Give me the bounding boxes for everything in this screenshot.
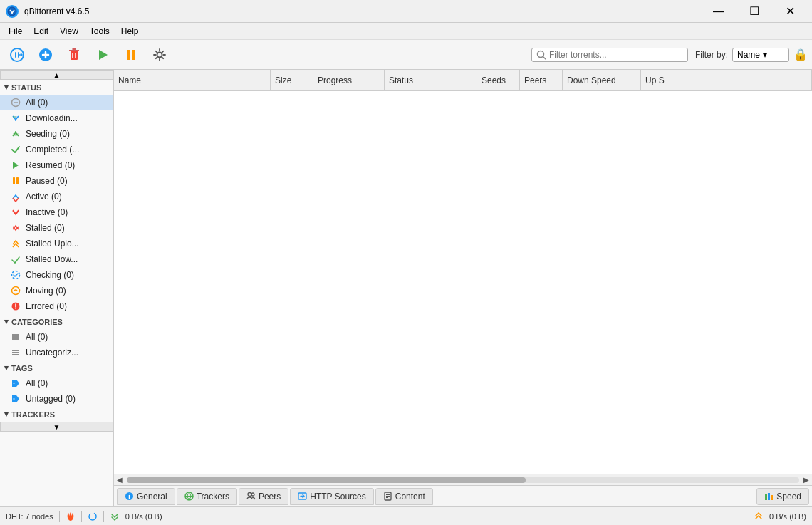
- tab-trackers[interactable]: Trackers: [177, 488, 237, 505]
- sidebar-item-tag-all[interactable]: All (0): [0, 375, 113, 391]
- col-upspeed[interactable]: Up S: [641, 70, 812, 90]
- col-peers[interactable]: Peers: [520, 70, 563, 90]
- minimize-button[interactable]: —: [702, 0, 735, 23]
- sidebar-item-all[interactable]: All (0): [0, 95, 113, 110]
- svg-point-29: [15, 308, 16, 309]
- sidebar-item-seeding[interactable]: Seeding (0): [0, 126, 113, 142]
- sidebar-item-stalled-download[interactable]: Stalled Dow...: [0, 251, 113, 267]
- menu-help[interactable]: Help: [115, 25, 145, 38]
- filter-option: Name: [737, 50, 760, 60]
- svg-rect-51: [768, 493, 770, 500]
- sidebar-item-stalled-upload[interactable]: Stalled Uplo...: [0, 236, 113, 251]
- h-scrollbar[interactable]: ◀ ▶: [114, 474, 812, 485]
- h-scroll-thumb[interactable]: [127, 477, 526, 483]
- svg-point-0: [8, 7, 16, 16]
- svg-point-37: [14, 398, 15, 400]
- categories-section-header[interactable]: ▾ CATEGORIES: [0, 314, 113, 329]
- sidebar-item-completed-label: Completed (...: [26, 145, 79, 155]
- svg-rect-13: [132, 50, 135, 60]
- menu-edit[interactable]: Edit: [28, 25, 54, 38]
- moving-icon: [10, 285, 21, 296]
- menu-tools[interactable]: Tools: [84, 25, 115, 38]
- start-button[interactable]: [90, 43, 115, 67]
- sidebar-item-downloading-label: Downloadin...: [26, 113, 78, 123]
- all-icon: [10, 97, 21, 108]
- maximize-button[interactable]: ☐: [738, 0, 771, 23]
- col-size[interactable]: Size: [271, 70, 313, 90]
- sidebar-item-untagged-label: Untagged (0): [26, 394, 76, 404]
- close-button[interactable]: ✕: [774, 0, 806, 23]
- col-downspeed[interactable]: Down Speed: [563, 70, 641, 90]
- tab-general[interactable]: General: [117, 488, 175, 505]
- trackers-section-header[interactable]: ▾ TRACKERS: [0, 407, 113, 422]
- settings-button[interactable]: [147, 43, 172, 67]
- sidebar-item-stalled[interactable]: Stalled (0): [0, 220, 113, 236]
- sidebar-item-downloading[interactable]: Downloadin...: [0, 110, 113, 126]
- sidebar-item-untagged[interactable]: Untagged (0): [0, 391, 113, 407]
- h-scroll-track[interactable]: [127, 477, 799, 483]
- sidebar-item-resumed-label: Resumed (0): [26, 160, 75, 170]
- h-scroll-right[interactable]: ▶: [801, 474, 812, 486]
- resume-all-button[interactable]: [4, 43, 30, 67]
- sidebar-item-paused[interactable]: Paused (0): [0, 173, 113, 189]
- sidebar-item-errored-label: Errored (0): [26, 301, 67, 311]
- sidebar-item-errored[interactable]: Errored (0): [0, 298, 113, 314]
- uncategorized-icon: [10, 347, 21, 358]
- add-torrent-button[interactable]: [33, 43, 58, 67]
- col-seeds[interactable]: Seeds: [477, 70, 520, 90]
- col-progress[interactable]: Progress: [313, 70, 385, 90]
- status-section-header[interactable]: ▾ STATUS: [0, 80, 113, 95]
- col-name[interactable]: Name: [114, 70, 271, 90]
- down-speed-icon: [110, 511, 120, 521]
- column-headers: Name Size Progress Status Seeds Peers Do…: [114, 70, 812, 91]
- trackers-icon: [184, 492, 194, 501]
- sidebar-scroll-up[interactable]: ▲: [0, 70, 113, 80]
- sidebar-item-moving[interactable]: Moving (0): [0, 283, 113, 298]
- general-icon: [125, 492, 134, 501]
- pause-button[interactable]: [118, 43, 144, 67]
- sidebar-item-active[interactable]: Active (0): [0, 189, 113, 204]
- tab-http-sources[interactable]: HTTP Sources: [290, 488, 373, 505]
- filter-by-label: Filter by:: [695, 50, 728, 60]
- status-section-label: STATUS: [11, 83, 41, 92]
- sidebar-item-seeding-label: Seeding (0): [26, 129, 70, 139]
- menu-view[interactable]: View: [54, 25, 84, 38]
- title-controls: — ☐ ✕: [702, 0, 806, 23]
- tab-peers[interactable]: Peers: [239, 488, 288, 505]
- paused-icon: [10, 175, 21, 187]
- seeding-icon: [10, 128, 21, 140]
- sidebar-item-inactive[interactable]: Inactive (0): [0, 204, 113, 220]
- filter-dropdown[interactable]: Name ▾: [732, 48, 789, 62]
- toolbar: Filter by: Name ▾ 🔒: [0, 40, 812, 70]
- sidebar-item-resumed[interactable]: Resumed (0): [0, 157, 113, 173]
- sidebar-item-stalled-upload-label: Stalled Uplo...: [26, 239, 79, 249]
- sidebar-item-uncategorized-label: Uncategoriz...: [26, 348, 78, 358]
- svg-point-44: [251, 493, 254, 496]
- sidebar-item-cat-all[interactable]: All (0): [0, 329, 113, 345]
- tags-section-header[interactable]: ▾ TAGS: [0, 360, 113, 375]
- untagged-icon: [10, 393, 21, 405]
- tab-content[interactable]: Content: [375, 488, 433, 505]
- sidebar-item-uncategorized[interactable]: Uncategoriz...: [0, 345, 113, 360]
- svg-point-14: [157, 52, 162, 57]
- speed-button[interactable]: Speed: [756, 488, 809, 505]
- downloading-icon: [10, 113, 21, 124]
- filter-box[interactable]: [531, 48, 688, 62]
- sidebar-item-checking[interactable]: Checking (0): [0, 267, 113, 283]
- delete-button[interactable]: [61, 43, 87, 67]
- toolbar-right: Filter by: Name ▾ 🔒: [531, 48, 808, 62]
- h-scroll-left[interactable]: ◀: [114, 474, 125, 486]
- status-divider-1: [59, 511, 60, 522]
- svg-point-26: [12, 287, 20, 295]
- svg-rect-6: [71, 51, 78, 60]
- tags-collapse-icon: ▾: [4, 363, 9, 373]
- filter-input[interactable]: [549, 50, 677, 60]
- svg-point-53: [89, 513, 96, 520]
- stalled-download-icon: [10, 254, 21, 265]
- sidebar-item-completed[interactable]: Completed (...: [0, 142, 113, 157]
- menu-file[interactable]: File: [3, 25, 28, 38]
- sidebar-scroll-down[interactable]: ▼: [0, 422, 113, 432]
- svg-line-16: [543, 56, 546, 59]
- torrent-list[interactable]: [114, 91, 812, 474]
- col-status[interactable]: Status: [385, 70, 477, 90]
